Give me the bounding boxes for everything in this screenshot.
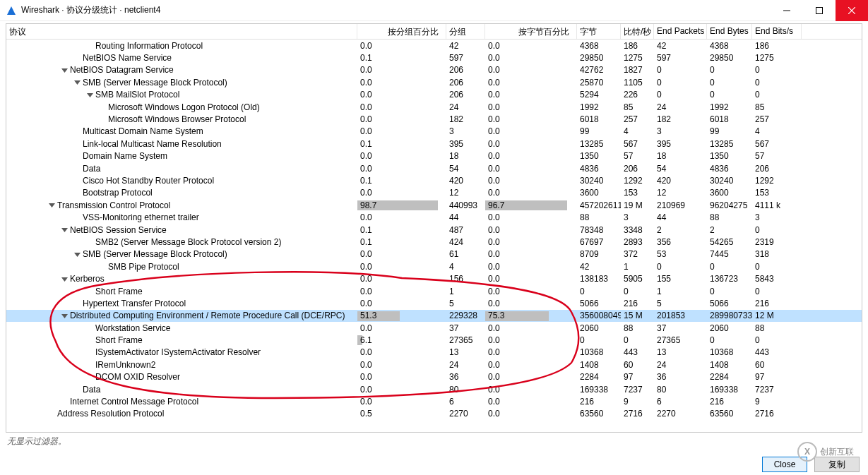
cell-pp: 0.0 [357,78,446,88]
col-pct-packets[interactable]: 按分组百分比 [357,24,446,39]
cell-pp: 0.1 [357,237,446,247]
tree-spacer [73,176,81,185]
tree-spacer [73,385,81,394]
chevron-down-icon[interactable] [85,90,94,99]
col-bits-s[interactable]: 比特/秒 [621,24,654,39]
table-row[interactable]: DCOM OXID Resolver0.0360.022849736228497 [6,371,862,383]
table-row[interactable]: Microsoft Windows Logon Protocol (Old)0.… [6,101,862,113]
cell-pp: 0.0 [357,126,446,136]
protocol-name: DCOM OXID Resolver [95,372,180,382]
table-row[interactable]: Short Frame0.010.000100 [6,285,862,297]
table-row[interactable]: Data0.0540.04836206544836206 [6,162,862,174]
tree-spacer [73,164,81,173]
table-row[interactable]: Link-local Multicast Name Resolution0.13… [6,138,862,150]
table-row[interactable]: Bootstrap Protocol0.0120.036001531236001… [6,187,862,199]
protocol-cell: Cisco Hot Standby Router Protocol [6,174,357,186]
table-row[interactable]: Internet Control Message Protocol0.060.0… [6,395,862,407]
cell-bs: 4 [621,126,654,136]
cell-pk: 156 [446,274,485,284]
table-row[interactable]: NetBIOS Session Service0.14870.078348334… [6,224,862,236]
minimize-button[interactable] [771,0,803,21]
cell-pp: 0.0 [357,164,446,174]
table-row[interactable]: Short Frame6.1273650.0002736500 [6,334,862,346]
col-end-bytes[interactable]: End Bytes [707,24,752,39]
protocol-name: Distributed Computing Environment / Remo… [70,311,345,320]
col-packets[interactable]: 分组 [446,24,485,39]
protocol-name: Internet Control Message Protocol [70,397,198,407]
col-end-bits-s[interactable]: End Bits/s [752,24,802,39]
table-row[interactable]: SMB (Server Message Block Protocol)0.020… [6,76,862,88]
cell-ep: 3 [654,126,707,136]
table-row[interactable]: Transmission Control Protocol98.74409939… [6,199,862,211]
cell-pp: 0.1 [357,139,446,149]
cell-pk: 80 [446,385,485,395]
cell-by: 67697 [577,237,621,247]
cell-pp: 6.1 [357,335,446,345]
col-pct-bytes[interactable]: 按字节百分比 [485,24,577,39]
table-row[interactable]: Routing Information Protocol0.0420.04368… [6,40,862,52]
tree-spacer [73,54,81,62]
tree-spacer [73,188,81,197]
cell-pk: 182 [446,114,485,124]
protocol-name: NetBIOS Name Service [83,53,172,63]
cell-bs: 3348 [621,225,654,235]
table-row[interactable]: ISystemActivator ISystemActivator Resolv… [6,347,862,359]
table-row[interactable]: Workstation Service0.0370.02060883720608… [6,322,862,334]
cell-pb: 0.0 [485,176,577,186]
table-row[interactable]: SMB (Server Message Block Protocol)0.061… [6,248,862,260]
col-bytes[interactable]: 字节 [577,24,621,39]
table-row[interactable]: VSS-Monitoring ethernet trailer0.0440.08… [6,211,862,223]
cell-bs: 19 M [621,200,654,210]
maximize-button[interactable] [803,0,836,21]
col-end-packets[interactable]: End Packets [654,24,707,39]
chevron-down-icon[interactable] [60,275,69,283]
cell-bs: 1827 [621,65,654,75]
table-row[interactable]: SMB2 (Server Message Block Protocol vers… [6,236,862,248]
table-row[interactable]: Hypertext Transfer Protocol0.050.0506621… [6,297,862,309]
cell-pp: 0.0 [357,385,446,395]
table-row[interactable]: Microsoft Windows Browser Protocol0.0182… [6,113,862,125]
table-row[interactable]: Kerberos0.01560.013818359051551367235843 [6,272,862,284]
cell-ep: 6 [654,397,707,407]
table-row[interactable]: Domain Name System0.0180.013505718135057 [6,150,862,162]
chevron-down-icon[interactable] [73,250,81,258]
chevron-down-icon[interactable] [60,226,69,234]
close-window-button[interactable] [836,0,868,21]
cell-by: 1408 [577,360,621,370]
protocol-cell: NetBIOS Name Service [6,52,357,64]
table-row[interactable]: SMB MailSlot Protocol0.02060.05294226000 [6,89,862,101]
table-row[interactable]: Data0.0800.01693387237801693387237 [6,383,862,395]
protocol-name: NetBIOS Datagram Service [70,65,174,75]
table-row[interactable]: NetBIOS Datagram Service0.02060.04276218… [6,64,862,76]
chevron-down-icon[interactable] [47,201,56,210]
chevron-down-icon[interactable] [60,66,69,74]
chevron-down-icon[interactable] [60,311,69,320]
copy-button[interactable]: 复制 [814,457,860,472]
protocol-name: Kerberos [70,274,105,284]
cell-bs: 5905 [621,274,654,284]
table-row[interactable]: Cisco Hot Standby Router Protocol0.14200… [6,174,862,186]
cell-bs: 3 [621,212,654,222]
tree-spacer [60,397,69,406]
table-row[interactable]: Multicast Domain Name System0.030.099439… [6,126,862,138]
table-row[interactable]: Address Resolution Protocol0.522700.0635… [6,408,862,420]
table-row[interactable]: Distributed Computing Environment / Remo… [6,310,862,322]
col-protocol[interactable]: 协议 [6,24,357,39]
cell-eb: 0 [707,65,752,75]
cell-bs: 226 [621,90,654,100]
app-icon [6,5,17,16]
cell-pk: 229328 [446,311,485,320]
protocol-cell: SMB (Server Message Block Protocol) [6,76,357,88]
svg-marker-12 [61,314,68,318]
table-row[interactable]: SMB Pipe Protocol0.040.0421000 [6,260,862,272]
table-row[interactable]: NetBIOS Name Service0.15970.029850127559… [6,52,862,64]
cell-eb: 0 [707,335,752,345]
svg-marker-7 [87,93,93,97]
chevron-down-icon[interactable] [73,78,81,87]
cell-pk: 61 [446,249,485,259]
cell-ep: 395 [654,139,707,149]
cell-ebs: 1275 [752,53,802,63]
cell-pb: 0.0 [485,409,577,419]
table-row[interactable]: IRemUnknown20.0240.014086024140860 [6,359,862,371]
close-button[interactable]: Close [762,457,807,472]
